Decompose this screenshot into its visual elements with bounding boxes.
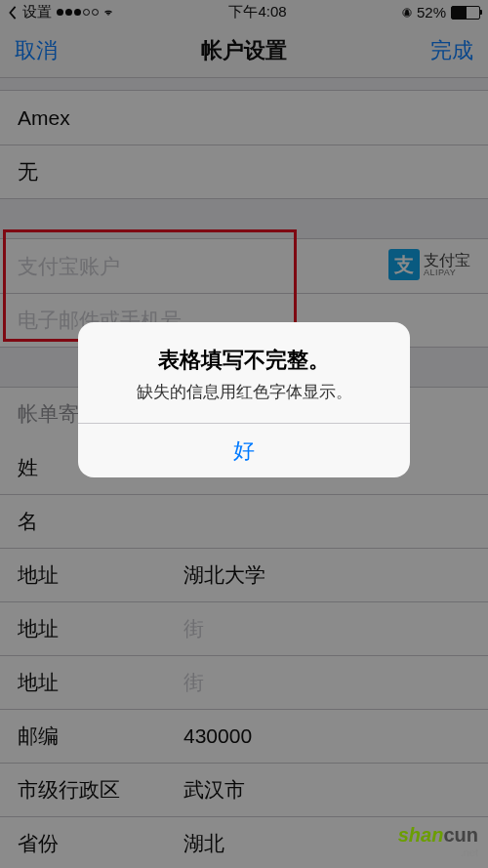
modal-overlay: 表格填写不完整。 缺失的信息用红色字体显示。 好 <box>0 0 488 868</box>
alert-title: 表格填写不完整。 <box>98 346 390 375</box>
watermark: shancun .net <box>398 824 478 858</box>
alert-dialog: 表格填写不完整。 缺失的信息用红色字体显示。 好 <box>78 322 410 477</box>
alert-message: 缺失的信息用红色字体显示。 <box>98 381 390 403</box>
alert-ok-button[interactable]: 好 <box>78 423 410 477</box>
